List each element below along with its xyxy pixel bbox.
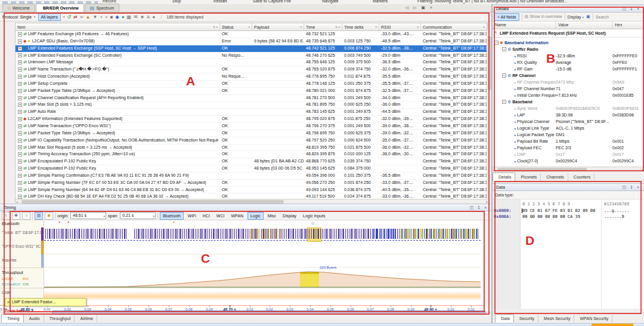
expand-icon[interactable]: [18, 131, 22, 136]
expand-icon[interactable]: [18, 67, 22, 72]
marker-icon[interactable]: ▾: [58, 220, 60, 224]
packet-row[interactable]: L2CAP SDU (Basic, Dst=0x7D58) Error 9 by…: [16, 38, 487, 45]
details-summary[interactable]: LMP Extended Features Request (SSP Host,…: [493, 29, 644, 38]
packet-row[interactable]: LMP Name Transaction ("OPPO Enco W31") O…: [16, 123, 487, 130]
expand-icon[interactable]: [18, 117, 22, 121]
select-tool[interactable]: I: [2, 212, 10, 220]
filter-toolbar-icons[interactable]: ↺⇄∞ ▲▼+× ■◆● ▦✉★A●: [67, 14, 155, 20]
expand-icon[interactable]: [18, 152, 22, 156]
inquiries-row[interactable]: [44, 254, 481, 267]
packet-row[interactable]: LMP Simple Pairing Confirmation (C7 E3 7…: [16, 173, 487, 180]
expand-icon[interactable]: [18, 53, 22, 57]
expand-icon[interactable]: [18, 124, 22, 128]
copy-icon[interactable]: ▣: [586, 14, 590, 19]
col-time-delta[interactable]: Time delta▾: [342, 23, 379, 30]
expand-icon[interactable]: [18, 159, 22, 164]
close-icon[interactable]: ×: [637, 185, 640, 189]
toolbar-button[interactable]: Record: [103, 0, 116, 3]
collapse-icon[interactable]: [502, 73, 506, 78]
collapse-icon[interactable]: [502, 100, 506, 104]
window-icon[interactable]: ◫: [470, 205, 475, 210]
zoom-tool[interactable]: ○: [22, 212, 30, 220]
expand-icon[interactable]: [18, 103, 22, 107]
view-tab[interactable]: Airtime: [75, 315, 97, 322]
channel-toggle[interactable]: Bluetooth: [160, 212, 184, 220]
details-tab[interactable]: Details: [493, 173, 515, 181]
hex-view[interactable]: 0 1 2 3 4 5 6 7 8 9 0123456789 0x0000: B…: [493, 199, 644, 309]
expand-icon[interactable]: [18, 82, 22, 86]
data-view-tab[interactable]: Mesh Security: [538, 315, 574, 322]
zoom-bar[interactable]: [52, 310, 485, 315]
packet-row[interactable]: LMP Encapsulated P-192 Public Key OK 48 …: [16, 165, 487, 173]
window-icon[interactable]: ◫: [623, 185, 628, 189]
close-icon[interactable]: ×: [484, 205, 488, 210]
details-row[interactable]: RF Gain -15.0 dB 0xFFFFFFF1: [493, 66, 644, 72]
data-view-tab[interactable]: WPAN Security: [574, 315, 612, 322]
sidebar-device2[interactable]: "OPPO Enco W31" 9C:87:8...: [0, 244, 44, 248]
col-value[interactable]: Value: [556, 21, 612, 29]
channel-toggle[interactable]: Logic inputs: [301, 213, 327, 219]
channel-toggle[interactable]: WCI: [214, 213, 227, 219]
expand-icon[interactable]: [18, 32, 22, 36]
details-hscrollbar[interactable]: ◂▸: [493, 167, 644, 173]
details-search[interactable]: Search: [596, 15, 609, 19]
col-time[interactable]: Time⇅ ▾: [304, 23, 342, 30]
window-icon[interactable]: ◫: [623, 7, 628, 11]
display-dropdown[interactable]: Display ▾: [568, 15, 584, 19]
packet-row[interactable]: LMP Timing Accuracy Transaction (250 ppm…: [16, 151, 487, 158]
toolbar-button[interactable]: Save to Capture File: [253, 0, 291, 3]
packet-row[interactable]: LMP Auto Rate 48.783 145 625 0.001 249 8…: [16, 109, 487, 116]
data-view-tab[interactable]: Data: [495, 314, 514, 322]
details-row[interactable]: Physical Channel Piconet ("Telink_BT" D8…: [493, 118, 644, 125]
view-tab[interactable]: Audio: [24, 315, 44, 322]
col-rssi[interactable]: RSSI▾: [379, 23, 421, 30]
view-tab[interactable]: Timing: [1, 314, 24, 322]
expand-icon[interactable]: [18, 110, 22, 114]
packet-row[interactable]: Unknown LMP Message 48.755 646 125 0.009…: [16, 59, 487, 66]
packet-row[interactable]: LMP Simple Pairing Number (64 94 82 4F D…: [16, 187, 487, 194]
details-tab[interactable]: Counters: [568, 173, 595, 181]
details-row[interactable]: Baseband Information: [493, 39, 644, 46]
packet-row[interactable]: LMP Max Slot Request (5 slots = 3.125 ms…: [16, 144, 487, 152]
pin-icon[interactable]: ↧: [630, 185, 634, 189]
expand-icon[interactable]: [18, 39, 22, 44]
panel-splitter[interactable]: [491, 4, 493, 323]
packet-row[interactable]: LMP Setup Complete OK 48.778 146 125 0.0…: [16, 81, 487, 88]
telink-packet-row[interactable]: [44, 227, 481, 241]
details-row[interactable]: RF Channel Frequency 2473 Mhz 0x9A9: [493, 79, 644, 85]
col-item[interactable]: Item⇅ ▾: [16, 23, 220, 30]
data-view-tab[interactable]: Security: [514, 315, 538, 322]
expand-icon[interactable]: [18, 181, 22, 185]
sidebar-inquiries[interactable]: Inquiries: [0, 258, 44, 262]
channel-toggle[interactable]: WiFi: [185, 213, 199, 219]
details-row[interactable]: RX Quality Average 0xFFE0: [493, 59, 644, 66]
toolbar-button[interactable]: Restart: [213, 0, 227, 3]
collapse-icon[interactable]: [494, 41, 499, 45]
packet-row[interactable]: LMP Max Slot (5 slots = 3.125 ms) 48.781…: [16, 102, 487, 109]
timing-scrollbar[interactable]: [484, 220, 489, 305]
details-row[interactable]: Logical Link Type ACL-C, 1 Mbps: [493, 125, 644, 131]
details-row[interactable]: Baseband: [493, 99, 644, 105]
expand-icon[interactable]: [18, 187, 22, 192]
pan-tool[interactable]: ✥: [12, 212, 20, 220]
document-tab[interactable]: BR/EDR Overview: [36, 4, 84, 12]
details-row[interactable]: Clock[27-0] 0x00299C4 0x00299C4: [493, 158, 644, 164]
channel-toggle[interactable]: Logic: [247, 212, 264, 220]
channel-toggle[interactable]: Misc: [265, 213, 278, 219]
packet-row[interactable]: LMP Extended Features Exchange (SC Contr…: [16, 53, 487, 60]
details-row[interactable]: Payload Bit Rate 1 Mbps 0x001: [493, 138, 644, 144]
packet-row[interactable]: LMP IO Capability Transaction (NoInputNo…: [16, 137, 487, 144]
marker-icon[interactable]: ▾: [67, 220, 69, 224]
all-fields-button[interactable]: » All fields: [494, 13, 519, 21]
toolbar-button[interactable]: Filtering: Involving Telink_BT | No BT A…: [417, 0, 567, 3]
show-in-overview-button[interactable]: ▤ Show in overview: [525, 14, 562, 19]
packet-row[interactable]: LMP Packet Type Table (2/3Mbps → Accepte…: [16, 130, 487, 137]
details-row[interactable]: Payload FEC FEC 2/3 0x002: [493, 144, 644, 151]
expand-icon[interactable]: [18, 174, 22, 178]
color-tool[interactable]: ◙: [45, 212, 53, 220]
layers-button[interactable]: All layers: [38, 13, 61, 21]
expand-icon[interactable]: [18, 47, 22, 51]
packet-row[interactable]: LMP Features Exchange (45 Features → 46 …: [16, 31, 487, 38]
details-row[interactable]: RSSI -32.5 dBm 0xFFFFFFE0: [493, 53, 644, 59]
details-row[interactable]: UAP 0x17 0x017: [493, 151, 644, 158]
